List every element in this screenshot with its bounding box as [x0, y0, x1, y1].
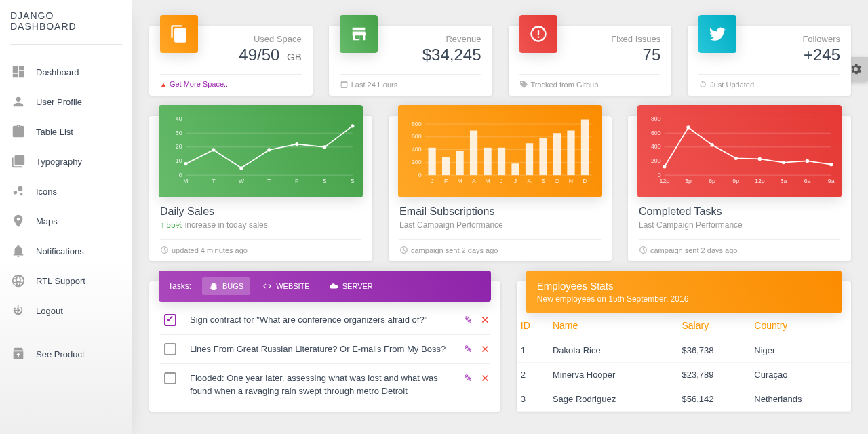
svg-text:3a: 3a	[781, 178, 787, 184]
edit-icon[interactable]: ✎	[464, 314, 473, 326]
chart-card-completed-tasks: 020040060080012p3p6p9p12p3a6a9a Complete…	[628, 116, 851, 261]
nav-label: Notifications	[36, 246, 84, 256]
svg-text:F: F	[444, 178, 448, 184]
nav-list: Dashboard User Profile Table List Typogr…	[0, 50, 132, 332]
svg-text:S: S	[351, 178, 355, 184]
svg-text:W: W	[239, 178, 245, 184]
code-icon	[262, 281, 272, 291]
svg-text:S: S	[541, 178, 545, 184]
svg-text:6p: 6p	[709, 178, 715, 184]
svg-point-72	[686, 125, 690, 129]
svg-text:O: O	[555, 178, 559, 184]
svg-point-78	[829, 163, 833, 166]
svg-point-73	[710, 143, 713, 146]
tab-bugs[interactable]: BUGS	[202, 277, 250, 295]
close-icon[interactable]: ✕	[481, 372, 490, 384]
nav-label: Logout	[36, 306, 63, 316]
nav-label: RTL Support	[36, 276, 85, 286]
unarchive-icon	[10, 346, 26, 362]
svg-rect-41	[484, 148, 491, 175]
nav-label: User Profile	[36, 97, 82, 107]
svg-text:M: M	[183, 178, 188, 184]
bug-icon	[209, 281, 218, 291]
svg-point-71	[663, 165, 666, 168]
employees-card: Employees Stats New employees on 15th Se…	[517, 281, 851, 412]
chart-footer: campaign sent 2 days ago	[411, 246, 498, 254]
edit-icon[interactable]: ✎	[464, 343, 473, 355]
sidebar-item-dashboard[interactable]: Dashboard	[0, 57, 132, 87]
task-checkbox[interactable]	[164, 372, 176, 384]
task-checkbox[interactable]	[164, 343, 176, 355]
nav-label: Typography	[36, 157, 82, 167]
app-logo: DJANGO DASHBOARD	[0, 0, 132, 39]
stat-footer-link[interactable]: Get More Space...	[170, 80, 230, 88]
svg-text:400: 400	[651, 143, 661, 150]
employees-table: ID Name Salary Country 1Dakota Rice$36,7…	[517, 313, 851, 412]
sidebar-item-notifications[interactable]: Notifications	[0, 236, 132, 266]
chart-title: Daily Sales	[160, 205, 361, 218]
svg-text:10: 10	[176, 157, 182, 164]
nav-label: Icons	[36, 186, 57, 197]
chart-canvas: 020040060080012p3p6p9p12p3a6a9a	[637, 105, 842, 197]
stat-card-followers: Followers +245 Just Updated	[688, 26, 851, 96]
sidebar-item-typography[interactable]: Typography	[0, 146, 132, 176]
svg-text:J: J	[500, 178, 502, 184]
close-icon[interactable]: ✕	[481, 343, 490, 355]
svg-text:40: 40	[176, 115, 182, 122]
divider	[10, 44, 122, 45]
tab-website[interactable]: WEBSITE	[256, 277, 317, 295]
sidebar-item-user-profile[interactable]: User Profile	[0, 87, 132, 117]
edit-icon[interactable]: ✎	[464, 372, 473, 384]
tag-icon	[519, 80, 528, 89]
svg-text:M: M	[457, 178, 462, 184]
svg-point-77	[806, 159, 809, 163]
chart-subtitle: ↑ 55% increase in today sales.	[160, 220, 361, 230]
chart-card-daily-sales: 010203040MTWTFSS Daily Sales ↑ 55% incre…	[149, 116, 372, 261]
svg-text:3p: 3p	[685, 178, 692, 184]
task-checkbox[interactable]	[164, 314, 176, 326]
svg-rect-43	[511, 163, 519, 175]
table-row: 1Dakota Rice$36,738Niger	[517, 338, 851, 363]
svg-text:0: 0	[418, 172, 422, 178]
exit-icon	[10, 302, 26, 319]
svg-point-14	[212, 148, 215, 151]
clipboard-icon	[10, 123, 26, 140]
stat-card-fixed-issues: Fixed Issues 75 Tracked from Github	[509, 26, 672, 96]
nav-label: Maps	[36, 216, 58, 226]
svg-text:600: 600	[412, 133, 422, 140]
sidebar-item-maps[interactable]: Maps	[0, 206, 132, 236]
svg-text:M: M	[485, 178, 490, 184]
task-row: Lines From Great Russian Literature? Or …	[160, 335, 490, 364]
employees-title: Employees Stats	[537, 280, 831, 292]
svg-point-18	[323, 145, 326, 149]
stat-card-used-space: Used Space 49/50 GB ▲Get More Space...	[149, 26, 313, 96]
svg-point-15	[239, 166, 243, 170]
svg-point-75	[758, 157, 762, 161]
sidebar: DJANGO DASHBOARD Dashboard User Profile …	[0, 0, 132, 434]
bottom-row: Tasks: BUGS WEBSITE SERVER Sign contract…	[149, 281, 851, 412]
svg-text:N: N	[569, 178, 573, 184]
chart-canvas: 010203040MTWTFSS	[159, 105, 363, 197]
col-name: Name	[549, 313, 678, 338]
chart-subtitle: Last Campaign Performance	[399, 220, 601, 230]
task-row: Sign contract for "What are conference o…	[160, 306, 490, 335]
svg-text:9p: 9p	[732, 178, 739, 184]
sidebar-item-rtl[interactable]: RTL Support	[0, 266, 132, 296]
sidebar-item-logout[interactable]: Logout	[0, 296, 132, 326]
svg-text:20: 20	[176, 143, 182, 150]
task-text: Sign contract for "What are conference o…	[190, 314, 464, 326]
chart-title: Email Subscriptions	[399, 205, 601, 218]
svg-text:A: A	[528, 178, 532, 184]
svg-text:12p: 12p	[660, 178, 670, 184]
svg-point-16	[267, 148, 271, 151]
col-id: ID	[517, 313, 549, 338]
tab-server[interactable]: SERVER	[322, 277, 380, 295]
library-icon	[10, 153, 26, 170]
employees-header: Employees Stats New employees on 15th Se…	[526, 271, 842, 313]
sidebar-item-icons[interactable]: Icons	[0, 176, 132, 206]
close-icon[interactable]: ✕	[481, 314, 490, 326]
sidebar-item-table-list[interactable]: Table List	[0, 117, 132, 146]
stat-card-revenue: Revenue $34,245 Last 24 Hours	[329, 26, 492, 96]
twitter-icon	[698, 15, 736, 53]
sidebar-item-see-product[interactable]: See Product	[0, 339, 132, 369]
